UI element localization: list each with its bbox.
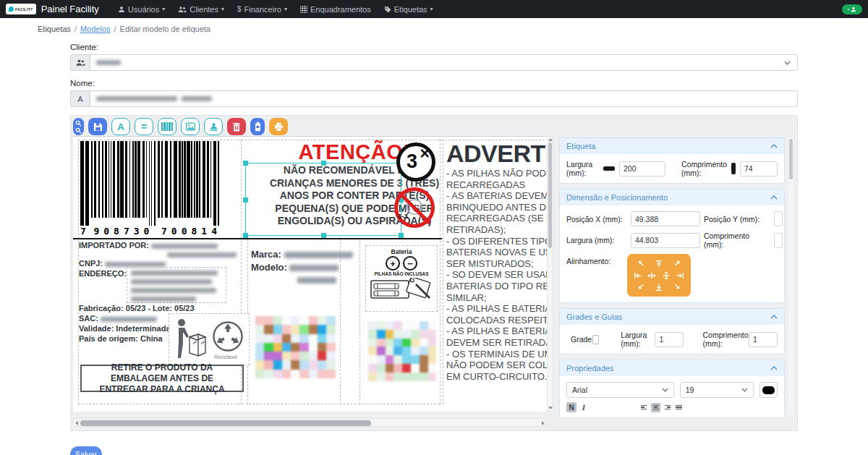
- cliente-select[interactable]: [70, 54, 798, 71]
- retire-box-object[interactable]: RETIRE O PRODUTO DA EMBALAGEM ANTES DE E…: [80, 365, 244, 392]
- etiqueta-largura-input[interactable]: [619, 161, 665, 177]
- modelo-row-2[interactable]: [297, 274, 336, 285]
- importador-row-2[interactable]: [167, 250, 237, 258]
- zoom-tools-button[interactable]: [73, 118, 84, 135]
- save-template-button[interactable]: [88, 118, 107, 135]
- image-icon: [186, 122, 195, 131]
- horizontal-scroll-thumb[interactable]: [80, 420, 371, 426]
- font-family-select[interactable]: Arial: [566, 382, 674, 398]
- recycle-icons-object[interactable]: Reciclável: [169, 313, 250, 365]
- vertical-scroll-thumb[interactable]: [548, 143, 552, 248]
- grade-checkbox[interactable]: [592, 335, 599, 344]
- text-tool-button[interactable]: A: [111, 118, 130, 135]
- align-center-h-button[interactable]: [647, 270, 658, 281]
- endereco-row[interactable]: ENDEREÇO:: [79, 269, 127, 278]
- floppy-disk-icon: [93, 122, 103, 132]
- align-bottom-button[interactable]: [652, 281, 667, 292]
- barcode-tool-button[interactable]: [158, 118, 176, 135]
- bateria-card-object[interactable]: Bateria +− PILHAS NÃO INCLUSAS: [365, 245, 438, 312]
- origem-row[interactable]: País de origem: China: [79, 334, 163, 343]
- dim-largura-input[interactable]: [631, 233, 700, 248]
- image-tool-button[interactable]: [181, 118, 200, 135]
- scroll-right-arrow[interactable]: [542, 421, 545, 425]
- redacted-address: [131, 279, 212, 284]
- bold-button[interactable]: N: [566, 402, 576, 412]
- align-text-center-button[interactable]: [651, 403, 660, 412]
- barcode-object[interactable]: 7908730700814: [80, 141, 221, 237]
- battery-tool-button[interactable]: [250, 118, 265, 135]
- delete-element-button[interactable]: [227, 118, 246, 135]
- product-image-2[interactable]: [368, 321, 436, 381]
- grades-comprimento-input[interactable]: [749, 332, 778, 347]
- nav-item-enquadramentos[interactable]: Enquadramentos: [300, 5, 371, 14]
- align-text-justify-button[interactable]: [674, 403, 684, 412]
- image-pixel: [420, 330, 428, 339]
- section-etiqueta-header[interactable]: Etiqueta: [560, 138, 784, 154]
- nav-item-clientes[interactable]: Clientes▾: [178, 5, 224, 14]
- modelo-row[interactable]: Modelo:: [251, 262, 339, 273]
- align-bottom-left-button[interactable]: ↙: [634, 281, 649, 292]
- breadcrumb-modelos-link[interactable]: Modelos: [80, 25, 111, 33]
- panel-scroll-thumb[interactable]: [789, 139, 793, 179]
- salvar-button[interactable]: Salvar: [70, 446, 102, 455]
- align-text-right-button[interactable]: [663, 403, 672, 412]
- nav-item-etiquetas[interactable]: Etiquetas▾: [384, 5, 433, 14]
- image-pixel: [411, 355, 420, 364]
- canvas-vertical-scrollbar[interactable]: [547, 136, 553, 412]
- divider-line[interactable]: [73, 238, 442, 239]
- italic-button[interactable]: I: [579, 402, 589, 412]
- align-left-button[interactable]: [632, 270, 644, 281]
- redacted-sac: [101, 317, 157, 322]
- grades-largura-input[interactable]: [655, 332, 684, 347]
- nome-value[interactable]: [90, 90, 798, 107]
- section-dimensao-header[interactable]: Dimensão e Posicionamento: [560, 190, 784, 205]
- line-tool-button[interactable]: =: [135, 118, 153, 135]
- align-right-button[interactable]: [675, 270, 686, 281]
- align-bottom-right-button[interactable]: ↘: [670, 281, 685, 292]
- selection-handle[interactable]: [321, 233, 326, 238]
- marca-row[interactable]: Marca:: [251, 249, 353, 260]
- section-grades-header[interactable]: Grades e Guias: [560, 309, 784, 325]
- stamp-tool-button[interactable]: [204, 118, 223, 135]
- selection-handle[interactable]: [399, 233, 404, 238]
- panel-scrollbar[interactable]: [788, 137, 793, 415]
- align-top-right-button[interactable]: ↗: [670, 258, 685, 269]
- sac-row[interactable]: SAC:: [79, 314, 157, 323]
- cliente-value[interactable]: [90, 54, 798, 71]
- facility-logo: FACILITY: [6, 4, 36, 14]
- validade-row[interactable]: Validade: Indeterminada: [79, 324, 171, 333]
- scroll-left-arrow[interactable]: [75, 421, 78, 425]
- align-center-v-button[interactable]: [660, 270, 672, 281]
- nav-item-usuarios[interactable]: Usuários▾: [118, 5, 165, 14]
- selection-handle[interactable]: [243, 233, 248, 238]
- align-top-button[interactable]: [652, 258, 667, 269]
- section-propriedades-header[interactable]: Propriedades: [560, 360, 784, 376]
- text-line: DEVEM SER RETIRADAS DO: [446, 337, 547, 349]
- age-0-3-symbol[interactable]: 0-3: [394, 187, 435, 228]
- scroll-down-arrow[interactable]: [548, 407, 553, 409]
- age-3x-symbol[interactable]: 3 ×: [396, 143, 435, 182]
- align-top-left-button[interactable]: ↖: [634, 258, 649, 269]
- image-pixel: [411, 346, 420, 355]
- canvas-horizontal-scrollbar[interactable]: [73, 418, 547, 427]
- pos-y-input[interactable]: [774, 211, 783, 226]
- importador-row[interactable]: IMPORTADO POR:: [79, 241, 218, 250]
- pos-x-input[interactable]: [631, 211, 700, 226]
- fabricacao-row[interactable]: Fabricação: 05/23 - Lote: 05/23: [79, 304, 195, 312]
- account-button[interactable]: [842, 4, 862, 14]
- image-pixel: [264, 316, 273, 325]
- grade-label: Grade: [571, 335, 592, 344]
- nav-item-financeiro[interactable]: $ Financeiro▾: [237, 5, 287, 14]
- print-button[interactable]: [269, 118, 288, 135]
- product-image-1[interactable]: [255, 316, 336, 378]
- image-pixel: [386, 364, 394, 373]
- etiqueta-comprimento-input[interactable]: [740, 161, 778, 177]
- font-size-select[interactable]: 19: [680, 382, 754, 398]
- align-text-left-button[interactable]: [639, 403, 649, 412]
- advertencia-text-object[interactable]: ADVERTÊNCIA - AS PILHAS NÃO PODEM SERREC…: [446, 140, 547, 401]
- dim-comprimento-input[interactable]: [774, 233, 783, 248]
- scroll-up-arrow[interactable]: [548, 138, 553, 141]
- design-canvas[interactable]: 7908730700814 ATENÇÃO! NÃO RECOMENDÁVEL …: [73, 136, 547, 412]
- nome-input-group[interactable]: A: [70, 90, 798, 107]
- font-color-picker[interactable]: [760, 382, 778, 398]
